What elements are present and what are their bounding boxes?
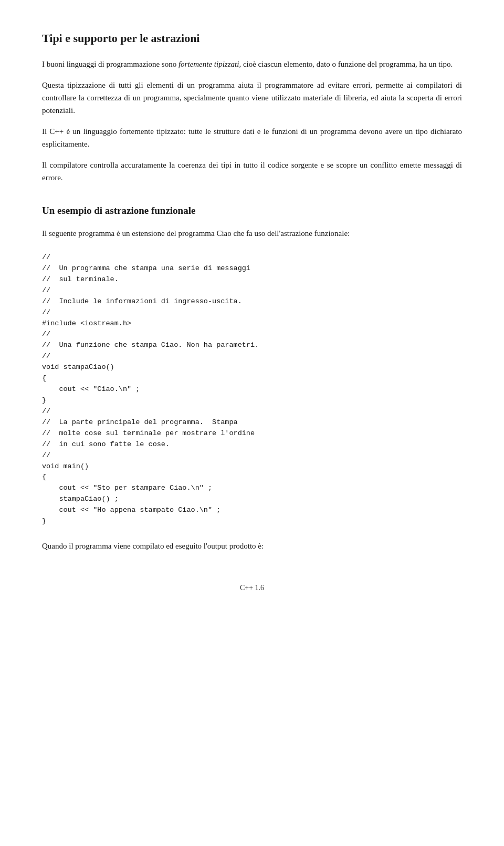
subsection-intro: Il seguente programma è un estensione de…: [42, 227, 462, 240]
paragraph-3: Il C++ è un linguaggio fortemente tipizz…: [42, 125, 462, 150]
paragraph-1: I buoni linguaggi di programmazione sono…: [42, 58, 462, 70]
paragraph-2: Questa tipizzazione di tutti gli element…: [42, 79, 462, 117]
section-title: Tipi e supporto per le astrazioni: [42, 32, 462, 45]
closing-text: Quando il programma viene compilato ed e…: [42, 540, 462, 552]
paragraph-4: Il compilatore controlla accuratamente l…: [42, 159, 462, 184]
footer: C++ 1.6: [42, 584, 462, 592]
code-block: // // Un programma che stampa una serie …: [42, 252, 462, 527]
subsection-title: Un esempio di astrazione funzionale: [42, 205, 462, 216]
page-content: Tipi e supporto per le astrazioni I buon…: [42, 32, 462, 552]
